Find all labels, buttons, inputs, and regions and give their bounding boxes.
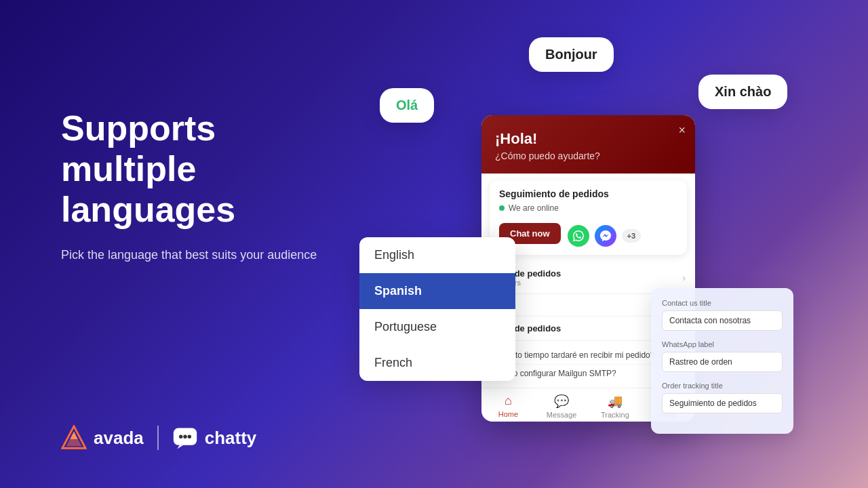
lang-portuguese[interactable]: Portuguese: [359, 309, 515, 345]
svg-point-5: [183, 434, 186, 438]
brand-area: avada chatty: [61, 425, 256, 451]
brand-divider: [157, 426, 159, 450]
contact-us-value[interactable]: Contacta con nosotras: [662, 310, 783, 331]
xinchao-text: Xin chào: [715, 84, 771, 99]
nav-home-label: Home: [498, 410, 518, 418]
nav-home[interactable]: ⌂ Home: [481, 394, 535, 419]
chat-header: × ¡Hola! ¿Cómo puedo ayudarte?: [481, 115, 695, 174]
messenger-icon[interactable]: [595, 225, 616, 247]
language-selector: English Spanish Portuguese French: [359, 237, 515, 381]
setting-whatsapp: WhatsApp label Rastreo de orden: [662, 340, 783, 372]
chat-greeting: ¡Hola!: [495, 130, 682, 148]
tracking-icon: 🚚: [608, 394, 623, 409]
chatty-text: chatty: [205, 428, 257, 449]
home-icon: ⌂: [505, 394, 512, 408]
chat-subgreeting: ¿Cómo puedo ayudarte?: [495, 150, 682, 161]
ola-text: Olá: [396, 98, 418, 113]
channel-icons: +3: [568, 225, 642, 247]
whatsapp-icon[interactable]: [568, 225, 589, 247]
order-tracking-value[interactable]: Seguimiento de pedidos: [662, 393, 783, 413]
bubble-bonjour: Bonjour: [529, 37, 614, 72]
chatty-logo: chatty: [172, 426, 257, 449]
avada-text: avada: [94, 428, 144, 449]
lang-french[interactable]: French: [359, 345, 515, 381]
online-status: We are online: [499, 203, 677, 213]
whatsapp-value[interactable]: Rastreo de orden: [662, 352, 783, 372]
nav-message[interactable]: 💬 Message: [535, 394, 589, 419]
nav-message-label: Message: [547, 411, 577, 419]
sub-text: Pick the language that best suits your a…: [61, 246, 359, 264]
chatty-icon: [172, 426, 198, 449]
nav-tracking[interactable]: 🚚 Tracking: [589, 394, 642, 419]
nav-tracking-label: Tracking: [601, 411, 629, 419]
avada-icon: [61, 425, 87, 451]
contact-us-label: Contact us title: [662, 299, 783, 307]
plus-badge: +3: [622, 229, 642, 243]
setting-order-tracking: Order tracking title Seguimiento de pedi…: [662, 382, 783, 413]
online-dot: [499, 205, 505, 211]
svg-point-4: [179, 434, 182, 438]
card-title: Seguimiento de pedidos: [499, 188, 677, 199]
left-content: Supports multiplelanguages Pick the lang…: [61, 108, 359, 264]
bubble-xinchao: Xin chào: [698, 75, 787, 109]
subtext-content: Pick the language that best suits your a…: [61, 248, 317, 262]
setting-contact-us: Contact us title Contacta con nosotras: [662, 299, 783, 331]
main-heading: Supports multiplelanguages: [61, 108, 359, 230]
chevron-right-icon: ›: [682, 272, 686, 283]
chat-main-card: Seguimiento de pedidos We are online Cha…: [490, 180, 687, 255]
bubble-ola: Olá: [380, 88, 434, 123]
message-icon: 💬: [554, 394, 569, 409]
whatsapp-label: WhatsApp label: [662, 340, 783, 348]
settings-panel: Contact us title Contacta con nosotras W…: [651, 288, 793, 434]
lang-english[interactable]: English: [359, 237, 515, 273]
online-status-text: We are online: [509, 203, 559, 213]
bonjour-text: Bonjour: [545, 47, 597, 62]
close-button[interactable]: ×: [678, 123, 686, 138]
lang-spanish[interactable]: Spanish: [359, 273, 515, 309]
avada-logo: avada: [61, 425, 144, 451]
order-tracking-label: Order tracking title: [662, 382, 783, 390]
svg-point-6: [187, 434, 191, 438]
